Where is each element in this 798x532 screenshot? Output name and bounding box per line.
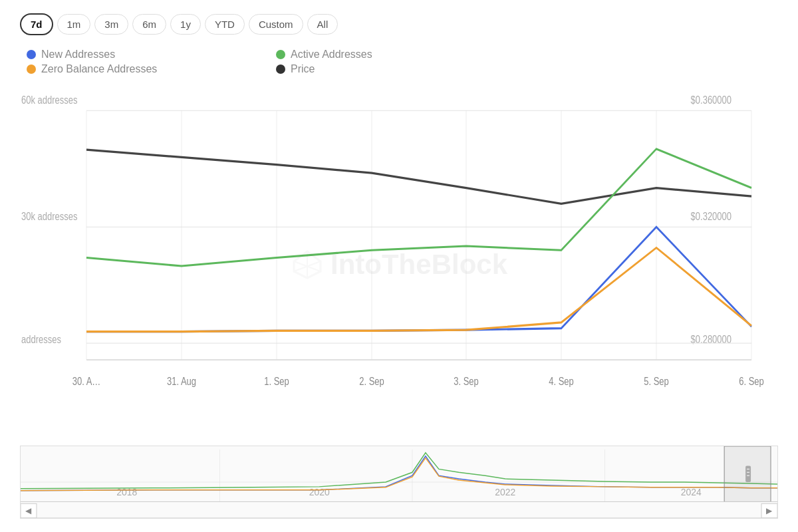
- legend-zero-balance[interactable]: Zero Balance Addresses: [27, 63, 236, 75]
- zero-balance-line: [86, 248, 751, 332]
- mini-year-2024: 2024: [681, 487, 702, 497]
- active-addresses-line: [86, 149, 751, 266]
- btn-1m[interactable]: 1m: [57, 14, 91, 35]
- chart-legend: New Addresses Active Addresses Zero Bala…: [20, 49, 485, 75]
- main-container: 7d 1m 3m 6m 1y YTD Custom All New Addres…: [0, 0, 798, 532]
- x-label-4: 3. Sep: [454, 375, 479, 387]
- legend-label-zero: Zero Balance Addresses: [41, 63, 157, 75]
- btn-ytd[interactable]: YTD: [205, 14, 245, 35]
- y-right-360: $0.360000: [691, 94, 732, 106]
- btn-1y[interactable]: 1y: [170, 14, 201, 35]
- legend-active-addresses[interactable]: Active Addresses: [276, 49, 485, 61]
- x-label-5: 4. Sep: [549, 375, 574, 387]
- mini-chart-container[interactable]: 2018 2020 2022 2024: [20, 446, 778, 519]
- scroll-right[interactable]: ▶: [766, 506, 773, 515]
- btn-all[interactable]: All: [307, 14, 338, 35]
- y-label-30k: 30k addresses: [21, 211, 77, 223]
- main-chart-area: IntoTheBlock 60k addresses 30k addresses…: [20, 86, 778, 443]
- legend-price[interactable]: Price: [276, 63, 485, 75]
- btn-6m[interactable]: 6m: [132, 14, 166, 35]
- mini-year-2020: 2020: [309, 487, 330, 497]
- btn-7d[interactable]: 7d: [20, 13, 53, 35]
- price-line: [86, 150, 751, 203]
- main-chart-svg: 60k addresses 30k addresses addresses $0…: [20, 86, 778, 443]
- x-label-3: 2. Sep: [359, 375, 384, 387]
- time-range-toolbar: 7d 1m 3m 6m 1y YTD Custom All: [20, 13, 778, 35]
- legend-dot-zero: [27, 65, 36, 74]
- btn-3m[interactable]: 3m: [94, 14, 128, 35]
- legend-label-price: Price: [291, 63, 315, 75]
- mini-chart-svg: 2018 2020 2022 2024: [21, 446, 777, 518]
- legend-dot-price: [276, 65, 285, 74]
- y-label-60k: 60k addresses: [21, 94, 77, 106]
- y-label-0: addresses: [21, 334, 61, 346]
- btn-custom[interactable]: Custom: [249, 14, 303, 35]
- legend-new-addresses[interactable]: New Addresses: [27, 49, 236, 61]
- svg-rect-22: [745, 466, 751, 482]
- legend-label-active: Active Addresses: [291, 49, 372, 61]
- y-right-280: $0.280000: [691, 334, 732, 346]
- x-label-0: 30. A…: [72, 375, 101, 387]
- x-label-7: 6. Sep: [739, 375, 764, 387]
- x-label-1: 31. Aug: [167, 375, 196, 387]
- y-right-320: $0.320000: [691, 211, 732, 223]
- legend-dot-active: [276, 50, 285, 59]
- scroll-left[interactable]: ◀: [25, 506, 32, 515]
- x-label-2: 1. Sep: [264, 375, 289, 387]
- new-addresses-line: [86, 227, 751, 331]
- legend-label-new: New Addresses: [41, 49, 115, 61]
- x-label-6: 5. Sep: [644, 375, 669, 387]
- chart-wrapper: IntoTheBlock 60k addresses 30k addresses…: [20, 86, 778, 519]
- legend-dot-new: [27, 50, 36, 59]
- mini-year-2022: 2022: [495, 487, 515, 497]
